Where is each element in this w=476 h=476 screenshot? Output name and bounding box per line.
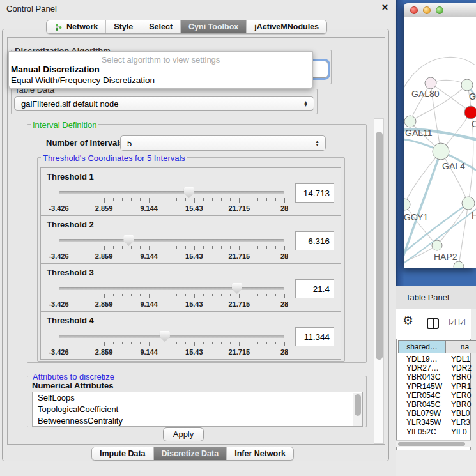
tick-label: 2.859	[86, 204, 122, 212]
table-cell[interactable]: YPR1	[446, 382, 471, 391]
network-graph[interactable]: GAL80GACGAL11GAL4GCY1HHAP2	[404, 17, 476, 268]
tick-mark	[149, 246, 150, 250]
slider-track[interactable]	[59, 239, 284, 242]
table-row[interactable]: YBR045CYBR0	[398, 400, 471, 409]
table-row[interactable]: YBL079WYBL0	[398, 409, 471, 418]
table-cell[interactable]: YLR345W	[398, 418, 446, 427]
threshold-value-field-2[interactable]	[295, 231, 334, 250]
attributes-scrollbar-thumb[interactable]	[355, 394, 361, 416]
table-cell[interactable]: YBR043C	[398, 372, 446, 381]
table-row[interactable]: YPR145WYPR1	[398, 382, 471, 391]
network-node-gal11[interactable]	[404, 116, 416, 127]
table-cell[interactable]: YBR045C	[398, 400, 446, 409]
tab-infer-network[interactable]: Infer Network	[227, 447, 293, 460]
table-cell[interactable]: YBL079W	[398, 409, 446, 418]
number-of-intervals-combobox[interactable]: 5 ▲▼	[120, 135, 326, 151]
network-edge[interactable]	[437, 203, 468, 245]
close-traffic-light-icon[interactable]	[410, 6, 418, 14]
threshold-slider-3[interactable]: -3.4262.8599.14415.4321.71528	[59, 283, 284, 309]
tick-mark	[77, 246, 77, 249]
table-cell[interactable]: YBR0	[446, 372, 471, 381]
slider-thumb[interactable]	[232, 283, 242, 294]
table-cell[interactable]: YDR2	[446, 364, 471, 372]
float-window-icon[interactable]	[372, 6, 378, 12]
tab-network[interactable]: Network	[47, 20, 106, 33]
network-window-titlebar[interactable]	[404, 3, 476, 17]
tick-mark	[95, 246, 95, 249]
table-cell[interactable]: YIL0	[446, 427, 471, 436]
slider-thumb[interactable]	[160, 331, 170, 342]
attributes-list-scrollbar[interactable]	[353, 393, 362, 427]
network-edge[interactable]	[441, 151, 468, 203]
algorithm-option-manual[interactable]: Manual Discretization	[11, 65, 100, 74]
tab-style[interactable]: Style	[106, 20, 141, 33]
deselect-all-icon[interactable]: ☑	[458, 318, 466, 327]
network-canvas[interactable]: GAL80GACGAL11GAL4GCY1HHAP2	[404, 17, 476, 268]
threshold-slider-4[interactable]: -3.4262.8599.14415.4321.71528	[59, 331, 284, 357]
slider-track[interactable]	[59, 335, 284, 338]
tab-impute-data[interactable]: Impute Data	[92, 447, 154, 460]
attribute-item[interactable]: TopologicalCoefficient	[33, 404, 362, 415]
table-cell[interactable]: YDL19…	[398, 355, 446, 364]
zoom-traffic-light-icon[interactable]	[436, 6, 443, 14]
main-vertical-scrollbar[interactable]	[374, 118, 384, 444]
table-row[interactable]: YER054CYER0	[398, 391, 471, 400]
table-cell[interactable]: YER0	[446, 391, 471, 400]
apply-button[interactable]: Apply	[163, 427, 204, 441]
main-scrollbar-thumb[interactable]	[376, 132, 383, 360]
column-header-1[interactable]: shared…	[398, 340, 446, 353]
network-node-c[interactable]	[464, 106, 476, 119]
tab-jactivemnodules[interactable]: jActiveMNodules	[247, 20, 326, 33]
threshold-slider-2[interactable]: -3.4262.8599.14415.4321.71528	[59, 235, 284, 261]
table-cell[interactable]: YDL1	[446, 355, 471, 364]
slider-thumb[interactable]	[123, 235, 134, 246]
attribute-item[interactable]: SelfLoops	[33, 392, 362, 404]
threshold-value-field-1[interactable]	[295, 183, 334, 203]
minimize-traffic-light-icon[interactable]	[423, 6, 431, 14]
table-row[interactable]: YDR27…YDR2	[398, 364, 471, 372]
table-data-combobox[interactable]: galFiltered.sif default node ▲▼	[14, 96, 314, 111]
close-icon[interactable]: ✕	[381, 3, 388, 12]
tab-cyni-toolbox[interactable]: Cyni Toolbox	[181, 20, 247, 33]
table-hscroll-thumb[interactable]	[398, 442, 465, 447]
table-cell[interactable]: YPR145W	[398, 382, 446, 391]
threshold-value-field-4[interactable]	[295, 327, 334, 346]
network-node-gal4[interactable]	[433, 143, 449, 160]
split-columns-icon[interactable]	[427, 318, 439, 329]
select-all-icon[interactable]: ☑	[449, 318, 456, 327]
network-node-h[interactable]	[462, 197, 475, 210]
table-cell[interactable]: YLR3	[446, 418, 471, 427]
attribute-item[interactable]: BetweennessCentrality	[33, 415, 362, 427]
slider-thumb[interactable]	[184, 187, 194, 198]
slider-track[interactable]	[59, 191, 284, 194]
network-node-unlabeled[interactable]	[454, 261, 464, 268]
table-cell[interactable]: YBR0	[446, 400, 471, 409]
network-node-ga[interactable]	[461, 79, 473, 91]
table-cell[interactable]: YER054C	[398, 391, 446, 400]
node-label-gcy1: GCY1	[404, 212, 428, 222]
table-row[interactable]: YBR043CYBR0	[398, 372, 471, 381]
table-cell[interactable]: YDR27…	[398, 364, 446, 372]
network-node-gal80[interactable]	[425, 77, 436, 89]
numerical-attributes-list[interactable]: SelfLoopsTopologicalCoefficientBetweenne…	[32, 392, 363, 427]
tick-mark	[104, 198, 105, 203]
threshold-slider-1[interactable]: -3.4262.8599.14415.4321.71528	[59, 187, 284, 213]
table-row[interactable]: YIL052CYIL0	[398, 427, 471, 436]
table-row[interactable]: YDL19…YDL1	[398, 355, 471, 364]
table-cell[interactable]: YBL0	[446, 409, 471, 418]
network-edge[interactable]	[459, 203, 468, 266]
table-row[interactable]: YLR345WYLR3	[398, 418, 471, 427]
network-node-hap2[interactable]	[432, 240, 442, 250]
column-header-2[interactable]: na	[446, 340, 471, 353]
tab-discretize-data[interactable]: Discretize Data	[154, 447, 227, 460]
gear-icon[interactable]: ⚙	[403, 313, 413, 328]
table-cell[interactable]: YIL052C	[398, 427, 446, 436]
threshold-value-field-3[interactable]	[295, 279, 334, 298]
tab-label: Select	[149, 22, 173, 31]
slider-track[interactable]	[59, 287, 284, 290]
tab-select[interactable]: Select	[141, 20, 181, 33]
table-horizontal-scrollbar[interactable]	[396, 440, 471, 447]
network-edge[interactable]	[404, 151, 441, 204]
network-node-gcy1[interactable]	[404, 199, 410, 210]
algorithm-option-equal-width[interactable]: Equal Width/Frequency Discretization	[11, 75, 155, 85]
